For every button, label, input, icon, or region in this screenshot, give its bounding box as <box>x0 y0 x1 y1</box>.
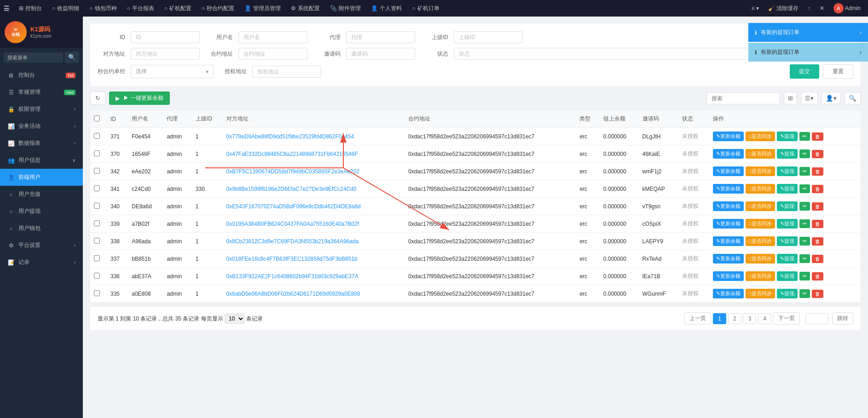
status-badge[interactable]: 未授权 <box>682 273 699 279</box>
sidebar-item-data-report[interactable]: 📈 数据报表 › <box>0 135 83 152</box>
sync-btn[interactable]: □是否同步 <box>746 201 775 211</box>
peer-addr-link[interactable]: 0xE543F167070274aD5BdF096e9cDdb462D4DE8a… <box>226 203 361 210</box>
notification-item-2[interactable]: ℹ 有新的提现订单 › <box>748 43 868 62</box>
per-page-select[interactable]: 10 20 50 <box>225 314 245 324</box>
update-balance-btn[interactable]: ✎更新余额 <box>713 132 744 141</box>
nav-menu-btn[interactable]: ≡ ▾ <box>748 0 763 17</box>
admin-btn[interactable]: A Admin <box>830 0 864 17</box>
horizontal-scrollbar[interactable] <box>90 303 861 306</box>
delete-btn[interactable]: 🗑 <box>812 202 823 211</box>
update-balance-btn[interactable]: ✎更新余额 <box>713 289 744 298</box>
nav-item-miner-config[interactable]: ○ 矿机配置 <box>160 0 196 17</box>
edit-btn[interactable]: ✏ <box>799 219 810 228</box>
peer-addr-link[interactable]: 0x018FEe16c8c4F7B63fF3EC132858d75dF3bB85… <box>226 256 358 262</box>
update-balance-btn[interactable]: ✎更新余额 <box>713 184 744 194</box>
row-checkbox[interactable] <box>94 255 100 261</box>
nav-item-wallet[interactable]: ○ 钱包币种 <box>85 0 121 17</box>
row-checkbox[interactable] <box>94 220 100 226</box>
status-badge[interactable]: 未授权 <box>682 290 699 297</box>
sidebar-search-button[interactable]: 🔍 <box>65 52 79 63</box>
row-checkbox[interactable] <box>94 203 100 209</box>
sidebar-item-business[interactable]: 📊 业务活动 › <box>0 118 83 135</box>
withdraw-btn[interactable]: ✎提现 <box>777 271 798 281</box>
withdraw-btn[interactable]: ✎提现 <box>777 132 798 141</box>
agent-input[interactable] <box>346 31 415 43</box>
nav-item-sys-config[interactable]: ⚙ 系统配置 <box>286 0 324 17</box>
edit-btn[interactable]: ✏ <box>799 202 810 211</box>
peer-addr-link[interactable]: 0xB133F922AE2F1c6408602b94F31b03c929abE3… <box>226 273 359 280</box>
sidebar-item-records[interactable]: 📝 记录 › <box>0 254 83 271</box>
row-checkbox[interactable] <box>94 273 100 279</box>
prev-page-button[interactable]: 上一页 <box>684 312 711 325</box>
edit-btn[interactable]: ✏ <box>799 167 810 176</box>
nav-item-sec-contract[interactable]: ○ 秒合约配置 <box>197 0 239 17</box>
id-input[interactable] <box>131 31 200 43</box>
row-checkbox[interactable] <box>94 290 100 296</box>
edit-btn[interactable]: ✏ <box>799 237 810 246</box>
sync-btn[interactable]: □是否同步 <box>746 184 775 194</box>
withdraw-btn[interactable]: ✎提现 <box>777 184 798 194</box>
row-checkbox[interactable] <box>94 185 100 191</box>
username-input[interactable] <box>238 31 307 43</box>
nav-item-admin-manage[interactable]: 👤 管理员管理 <box>240 0 285 17</box>
notification-item-1[interactable]: ℹ 有新的提现订单 › <box>748 23 868 42</box>
peer-addr-link[interactable]: 0x8Cb23812C3d9e7C69FDA3f4553b219a364A96a… <box>226 238 359 245</box>
auth-addr-input[interactable] <box>252 66 321 78</box>
sidebar-item-user-info[interactable]: 👥 用户信息 ∨ <box>0 152 83 169</box>
contract-addr-input[interactable] <box>238 48 307 60</box>
next-page-button[interactable]: 下一页 <box>773 312 800 325</box>
delete-btn[interactable]: 🗑 <box>812 237 823 246</box>
update-balance-btn[interactable]: ✎更新余额 <box>713 219 744 229</box>
edit-btn[interactable]: ✏ <box>799 132 810 141</box>
row-checkbox[interactable] <box>94 133 100 139</box>
sidebar-search-input[interactable] <box>4 52 63 63</box>
status-badge[interactable]: 未授权 <box>682 203 699 209</box>
sidebar-item-user-withdraw[interactable]: ○ 用户提现 <box>0 203 83 220</box>
sync-btn[interactable]: □是否同步 <box>746 219 775 229</box>
page-jump-button[interactable]: 跳转 <box>832 312 853 325</box>
close-btn[interactable]: ✕ <box>816 0 828 17</box>
nav-item-miner-order[interactable]: ○ 矿机订单 <box>407 0 444 17</box>
edit-btn[interactable]: ✏ <box>799 289 810 298</box>
nav-item-earnings[interactable]: ○ 收益明细 <box>47 0 84 17</box>
edit-btn[interactable]: ✏ <box>799 149 810 158</box>
sidebar-item-frontend-users[interactable]: 👤 前端用户 <box>0 169 83 186</box>
delete-btn[interactable]: 🗑 <box>812 290 823 298</box>
status-badge[interactable]: 未授权 <box>682 238 699 244</box>
sidebar-item-user-wallet[interactable]: ○ 用户钱包 <box>0 220 83 237</box>
peer-addr-link[interactable]: 0x778eD9Abe88fD9dd51f9be23529fd4D862F0e4… <box>226 133 354 140</box>
sidebar-item-user-recharge[interactable]: ○ 用户充值 <box>0 186 83 203</box>
delete-btn[interactable]: 🗑 <box>812 255 823 263</box>
page-2-button[interactable]: 2 <box>728 313 741 324</box>
delete-btn[interactable]: 🗑 <box>812 167 823 176</box>
peer-addr-input[interactable] <box>131 48 200 60</box>
peer-addr-link[interactable]: 0x6abD5e06A8bD06F02b624D8171D69d5929a0E8… <box>226 291 360 297</box>
update-balance-btn[interactable]: ✎更新余额 <box>713 149 744 159</box>
peer-addr-link[interactable]: 0xB7F5C1390674DD58d7f949bC035B65F2e3eAe2… <box>226 168 360 175</box>
sync-btn[interactable]: □是否同步 <box>746 254 775 263</box>
sync-btn[interactable]: □是否同步 <box>746 236 775 246</box>
nav-item-profile[interactable]: 👤 个人资料 <box>366 0 406 17</box>
sidebar-item-platform-settings[interactable]: ⚙ 平台设置 › <box>0 237 83 254</box>
row-checkbox[interactable] <box>94 238 100 244</box>
update-balance-btn[interactable]: ✎更新余额 <box>713 271 744 281</box>
upload-btn[interactable]: ↑ <box>804 0 814 17</box>
update-balance-btn[interactable]: ✎更新余额 <box>713 236 744 246</box>
nav-item-dashboard[interactable]: ⊞ 控制台 <box>14 0 46 17</box>
status-badge[interactable]: 未授权 <box>682 150 699 157</box>
update-balance-btn[interactable]: ✎更新余额 <box>713 254 744 263</box>
user-action-btn[interactable]: 👤▾ <box>822 92 841 104</box>
sync-btn[interactable]: □是否同步 <box>746 132 775 141</box>
status-badge[interactable]: 未授权 <box>682 255 699 262</box>
select-all-checkbox[interactable] <box>94 115 100 121</box>
clear-cache-btn[interactable]: 🧹 清除缓存 <box>764 0 802 17</box>
page-1-button[interactable]: 1 <box>713 313 726 324</box>
status-badge[interactable]: 未授权 <box>682 185 699 192</box>
delete-btn[interactable]: 🗑 <box>812 150 823 158</box>
sidebar-item-dashboard[interactable]: ⊞ 控制台 hot <box>0 67 83 84</box>
withdraw-btn[interactable]: ✎提现 <box>777 219 798 229</box>
sidebar-item-general-manage[interactable]: ☰ 常规管理 new <box>0 84 83 101</box>
page-jump-input[interactable] <box>805 313 828 324</box>
refresh-button[interactable]: ↻ <box>90 92 105 105</box>
delete-btn[interactable]: 🗑 <box>812 272 823 281</box>
